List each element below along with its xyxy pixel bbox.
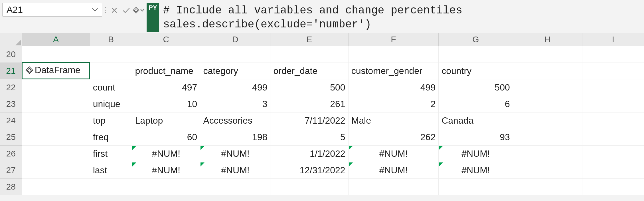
cell-G24[interactable]: Canada (439, 112, 513, 129)
cell-G20[interactable] (439, 46, 513, 63)
cell-H20[interactable] (513, 46, 582, 63)
cell-D24[interactable]: Accessories (200, 112, 270, 129)
cell-H26[interactable] (513, 145, 582, 162)
enter-button[interactable] (120, 5, 132, 15)
cell-E28[interactable] (270, 178, 348, 195)
cell-I25[interactable] (582, 129, 644, 145)
cell-D21[interactable]: category (200, 63, 270, 79)
cell-E26[interactable]: 1/1/2022 (270, 145, 348, 162)
cell-H24[interactable] (513, 112, 582, 129)
cell-B28[interactable] (90, 178, 132, 195)
cell-F20[interactable] (348, 46, 439, 63)
column-header-C[interactable]: C (132, 33, 200, 46)
row-header-26[interactable]: 26 (0, 145, 22, 162)
cell-I23[interactable] (582, 96, 644, 112)
cell-I26[interactable] (582, 145, 644, 162)
cell-G25[interactable]: 93 (439, 129, 513, 145)
cell-F24[interactable]: Male (348, 112, 439, 129)
cell-D22[interactable]: 499 (200, 79, 270, 96)
cell-B22[interactable]: count (90, 79, 132, 96)
chevron-down-icon[interactable] (92, 7, 98, 13)
cell-B21[interactable] (90, 63, 132, 79)
cell-D23[interactable]: 3 (200, 96, 270, 112)
row-header-21[interactable]: 21 (0, 63, 22, 79)
python-mode-dropdown[interactable] (132, 5, 144, 15)
cell-E25[interactable]: 5 (270, 129, 348, 145)
cell-A21[interactable]: DataFrame (22, 63, 90, 79)
cell-D26[interactable]: #NUM! (200, 145, 270, 162)
column-header-B[interactable]: B (90, 33, 132, 46)
cell-A27[interactable] (22, 162, 90, 178)
cell-C21[interactable]: product_name (132, 63, 200, 79)
row-header-23[interactable]: 23 (0, 96, 22, 112)
cell-C22[interactable]: 497 (132, 79, 200, 96)
cell-H27[interactable] (513, 162, 582, 178)
cell-C20[interactable] (132, 46, 200, 63)
cell-A25[interactable] (22, 129, 90, 145)
cell-D28[interactable] (200, 178, 270, 195)
cell-G28[interactable] (439, 178, 513, 195)
cell-A26[interactable] (22, 145, 90, 162)
cell-H21[interactable] (513, 63, 582, 79)
column-header-A[interactable]: A (22, 33, 90, 46)
cell-A23[interactable] (22, 96, 90, 112)
cell-D25[interactable]: 198 (200, 129, 270, 145)
column-header-F[interactable]: F (348, 33, 439, 46)
cell-H23[interactable] (513, 96, 582, 112)
cell-E23[interactable]: 261 (270, 96, 348, 112)
cell-C28[interactable] (132, 178, 200, 195)
name-box[interactable]: A21 (2, 3, 102, 17)
cell-A28[interactable] (22, 178, 90, 195)
cell-B24[interactable]: top (90, 112, 132, 129)
cell-I22[interactable] (582, 79, 644, 96)
cell-H22[interactable] (513, 79, 582, 96)
cell-E21[interactable]: order_date (270, 63, 348, 79)
cell-A22[interactable] (22, 79, 90, 96)
cell-H25[interactable] (513, 129, 582, 145)
cell-F21[interactable]: customer_gender (348, 63, 439, 79)
cell-F22[interactable]: 499 (348, 79, 439, 96)
cell-B25[interactable]: freq (90, 129, 132, 145)
cell-E24[interactable]: 7/11/2022 (270, 112, 348, 129)
column-header-D[interactable]: D (200, 33, 270, 46)
cell-C24[interactable]: Laptop (132, 112, 200, 129)
column-header-I[interactable]: I (582, 33, 644, 46)
cell-C25[interactable]: 60 (132, 129, 200, 145)
cell-F23[interactable]: 2 (348, 96, 439, 112)
cell-B26[interactable]: first (90, 145, 132, 162)
cell-G22[interactable]: 500 (439, 79, 513, 96)
row-header-25[interactable]: 25 (0, 129, 22, 145)
cell-G26[interactable]: #NUM! (439, 145, 513, 162)
cell-G27[interactable]: #NUM! (439, 162, 513, 178)
column-header-E[interactable]: E (270, 33, 348, 46)
row-header-28[interactable]: 28 (0, 178, 22, 195)
select-all-corner[interactable] (0, 33, 22, 46)
cell-D20[interactable] (200, 46, 270, 63)
cell-G23[interactable]: 6 (439, 96, 513, 112)
row-header-24[interactable]: 24 (0, 112, 22, 129)
cell-G21[interactable]: country (439, 63, 513, 79)
cell-E22[interactable]: 500 (270, 79, 348, 96)
cell-F25[interactable]: 262 (348, 129, 439, 145)
cell-B27[interactable]: last (90, 162, 132, 178)
cell-I24[interactable] (582, 112, 644, 129)
formula-input[interactable]: # Include all variables and change perce… (163, 3, 644, 33)
column-header-G[interactable]: G (439, 33, 513, 46)
cell-B20[interactable] (90, 46, 132, 63)
cell-I20[interactable] (582, 46, 644, 63)
row-header-20[interactable]: 20 (0, 46, 22, 63)
cell-E20[interactable] (270, 46, 348, 63)
cell-F27[interactable]: #NUM! (348, 162, 439, 178)
cell-I27[interactable] (582, 162, 644, 178)
cell-I21[interactable] (582, 63, 644, 79)
cell-C27[interactable]: #NUM! (132, 162, 200, 178)
cancel-button[interactable] (108, 5, 120, 15)
cell-H28[interactable] (513, 178, 582, 195)
cell-C26[interactable]: #NUM! (132, 145, 200, 162)
cell-C23[interactable]: 10 (132, 96, 200, 112)
cell-F28[interactable] (348, 178, 439, 195)
cell-A20[interactable] (22, 46, 90, 63)
cell-D27[interactable]: #NUM! (200, 162, 270, 178)
column-header-H[interactable]: H (513, 33, 582, 46)
cell-I28[interactable] (582, 178, 644, 195)
